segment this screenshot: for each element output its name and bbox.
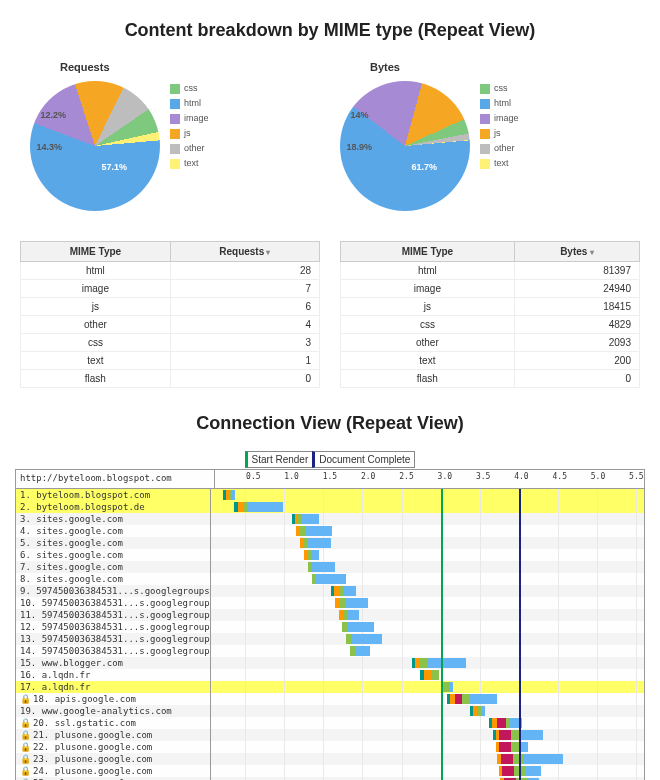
cell-mime: other (21, 316, 171, 334)
wf-bar (497, 754, 563, 764)
pie-slice-label: 61.7% (412, 162, 438, 172)
table-header[interactable]: Bytes ▾ (514, 242, 639, 262)
lock-icon: 🔒 (20, 730, 31, 740)
legend-doc-complete: Document Complete (312, 451, 415, 468)
waterfall-bar-area (211, 501, 644, 513)
wf-segment-download (344, 586, 356, 596)
table-header[interactable]: MIME Type (341, 242, 515, 262)
table-row: other2093 (341, 334, 640, 352)
lock-icon: 🔒 (20, 742, 31, 752)
wf-segment-ssl (497, 718, 506, 728)
legend-swatch (170, 84, 180, 94)
table-row: js18415 (341, 298, 640, 316)
cell-value: 4829 (514, 316, 639, 334)
legend-item-html: html (170, 96, 209, 111)
table-row: css4829 (341, 316, 640, 334)
wf-segment-ssl (499, 742, 511, 752)
waterfall-row: 12. 597450036384531...s.googlegroups.com (16, 621, 644, 633)
legend-swatch (170, 144, 180, 154)
waterfall-row: 1. byteloom.blogspot.com (16, 489, 644, 501)
waterfall-row: 2. byteloom.blogspot.de (16, 501, 644, 513)
waterfall-row: 9. 597450036384531...s.googlegroups.com (16, 585, 644, 597)
wf-segment-ssl (502, 766, 514, 776)
waterfall-row-label: 8. sites.google.com (16, 573, 211, 585)
waterfall-row-label: 3. sites.google.com (16, 513, 211, 525)
wf-bar (489, 718, 521, 728)
waterfall-bar-area (211, 597, 644, 609)
wf-segment-download (345, 598, 368, 608)
waterfall-legend: Start RenderDocument Complete (10, 454, 650, 465)
waterfall-bar-area (211, 513, 644, 525)
waterfall-row-label: 19. www.google-analytics.com (16, 705, 211, 717)
legend-label: css (494, 81, 508, 96)
legend-swatch (170, 159, 180, 169)
legend-label: image (494, 111, 519, 126)
legend-label: html (494, 96, 511, 111)
cell-mime: html (21, 262, 171, 280)
lock-icon: 🔒 (20, 694, 31, 704)
legend-swatch (170, 99, 180, 109)
time-tick: 5.5 (629, 472, 643, 481)
wf-bar (420, 670, 439, 680)
waterfall-bar-area (211, 621, 644, 633)
table-row: image24940 (341, 280, 640, 298)
table-row: image7 (21, 280, 320, 298)
wf-bar (331, 586, 356, 596)
waterfall-bar-area (211, 573, 644, 585)
time-tick: 3.0 (438, 472, 452, 481)
waterfall-bar-area (211, 741, 644, 753)
wf-bar (443, 682, 453, 692)
legend-swatch (480, 99, 490, 109)
cell-value: 0 (514, 370, 639, 388)
wf-segment-download (312, 562, 335, 572)
waterfall-row: 🔒22. plusone.google.com (16, 741, 644, 753)
waterfall-bar-area (211, 633, 644, 645)
waterfall-row: 🔒20. ssl.gstatic.com (16, 717, 644, 729)
lock-icon: 🔒 (20, 766, 31, 776)
table-header[interactable]: MIME Type (21, 242, 171, 262)
table-row: other4 (21, 316, 320, 334)
wf-segment-download (347, 622, 374, 632)
bytes-legend: csshtmlimagejsothertext (480, 81, 519, 171)
legend-label: js (184, 126, 191, 141)
cell-mime: flash (21, 370, 171, 388)
table-header[interactable]: Requests ▾ (170, 242, 319, 262)
pie-charts-row: Requests 57.1%14.3%12.2% csshtmlimagejso… (30, 61, 630, 211)
waterfall-row: 15. www.blogger.com (16, 657, 644, 669)
waterfall-row: 16. a.lqdn.fr (16, 669, 644, 681)
waterfall-bar-area (211, 693, 644, 705)
waterfall-row: 🔒24. plusone.google.com (16, 765, 644, 777)
pie-slice-label: 12.2% (40, 110, 66, 120)
waterfall-row-label: 6. sites.google.com (16, 549, 211, 561)
waterfall-row-label: 12. 597450036384531...s.googlegroups.com (16, 621, 211, 633)
waterfall-bar-area (211, 525, 644, 537)
legend-item-other: other (480, 141, 519, 156)
wf-bar (308, 562, 336, 572)
time-tick: 1.0 (284, 472, 298, 481)
waterfall-row: 14. 597450036384531...s.googlegroups.com (16, 645, 644, 657)
waterfall-bar-area (211, 489, 644, 501)
waterfall-bar-area (211, 609, 644, 621)
wf-bar (300, 538, 331, 548)
legend-swatch (480, 114, 490, 124)
waterfall-row: 19. www.google-analytics.com (16, 705, 644, 717)
pie-slice-label: 14% (350, 110, 368, 120)
waterfall-row-label: 15. www.blogger.com (16, 657, 211, 669)
legend-label: html (184, 96, 201, 111)
section-title-breakdown: Content breakdown by MIME type (Repeat V… (10, 20, 650, 41)
wf-bar (335, 598, 368, 608)
waterfall-bar-area (211, 705, 644, 717)
cell-mime: html (341, 262, 515, 280)
legend-label: other (184, 141, 205, 156)
waterfall-row: 17. a.lqdn.fr (16, 681, 644, 693)
waterfall-row: 10. 597450036384531...s.googlegroups.com (16, 597, 644, 609)
bytes-table: MIME TypeBytes ▾html81397image24940js184… (340, 241, 640, 388)
cell-mime: text (21, 352, 171, 370)
waterfall-row: 4. sites.google.com (16, 525, 644, 537)
sort-indicator-icon: ▾ (587, 248, 593, 257)
time-tick: 2.0 (361, 472, 375, 481)
waterfall-row-label: 🔒22. plusone.google.com (16, 741, 211, 753)
waterfall-bar-area (211, 645, 644, 657)
waterfall-chart: http://byteloom.blogspot.com 0.51.01.52.… (15, 469, 645, 780)
waterfall-row: 6. sites.google.com (16, 549, 644, 561)
